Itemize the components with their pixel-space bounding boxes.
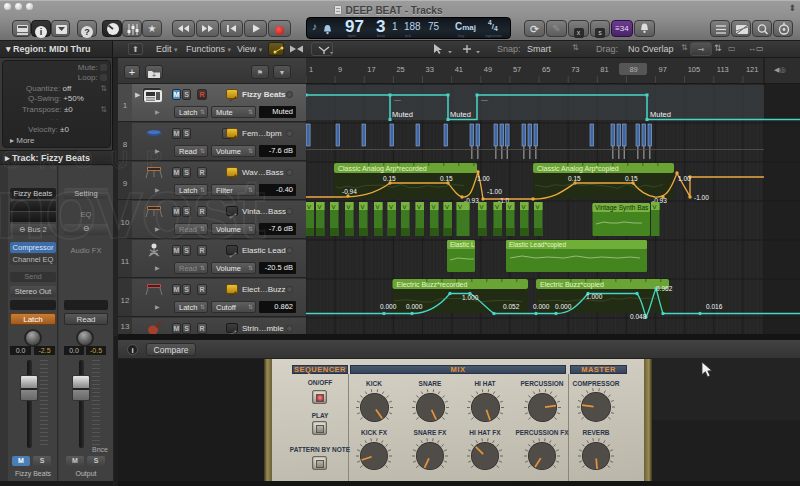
svg-text:0.000: 0.000 xyxy=(555,303,572,310)
svg-text:1.000: 1.000 xyxy=(586,293,603,300)
svg-text:0.052: 0.052 xyxy=(503,303,520,310)
svg-text:V: V xyxy=(508,204,512,210)
svg-text:0.048: 0.048 xyxy=(630,313,647,320)
svg-text:V: V xyxy=(536,204,540,210)
svg-text:1.00: 1.00 xyxy=(477,175,490,182)
svg-text:-1.00: -1.00 xyxy=(694,194,709,201)
svg-text:V: V xyxy=(376,204,380,210)
svg-text:0.962: 0.962 xyxy=(656,285,673,292)
svg-text:-1.00: -1.00 xyxy=(487,188,502,195)
svg-text:33: 33 xyxy=(426,65,434,74)
svg-text:1.000: 1.000 xyxy=(462,294,479,301)
svg-text:0.15: 0.15 xyxy=(440,175,453,182)
svg-text:—: — xyxy=(481,96,488,103)
svg-text:113: 113 xyxy=(717,65,729,74)
svg-text:Vintage Synth Bas: Vintage Synth Bas xyxy=(595,204,649,212)
svg-text:V: V xyxy=(445,204,449,210)
svg-text:65: 65 xyxy=(542,65,550,74)
svg-text:Muted: Muted xyxy=(650,110,671,119)
svg-text:V: V xyxy=(389,204,393,210)
svg-text:V: V xyxy=(403,204,407,210)
svg-text:0.15: 0.15 xyxy=(625,175,638,182)
svg-text:121: 121 xyxy=(746,65,759,74)
svg-text:Classic Analog Arp*copied: Classic Analog Arp*copied xyxy=(537,165,619,173)
svg-text:Electric Buzz*copied: Electric Buzz*copied xyxy=(540,281,604,289)
svg-text:41: 41 xyxy=(455,65,463,74)
svg-text:V: V xyxy=(495,204,499,210)
svg-text:73: 73 xyxy=(571,65,579,74)
svg-text:V: V xyxy=(522,204,526,210)
svg-text:V: V xyxy=(332,204,336,210)
svg-text:57: 57 xyxy=(513,65,521,74)
svg-text:V: V xyxy=(458,204,462,210)
svg-text:-0.94: -0.94 xyxy=(342,188,357,195)
svg-text:0.000: 0.000 xyxy=(380,303,397,310)
svg-text:V: V xyxy=(318,204,322,210)
svg-text:9: 9 xyxy=(338,65,342,74)
svg-text:V: V xyxy=(361,204,365,210)
svg-text:0.15: 0.15 xyxy=(383,175,396,182)
svg-text:0.016: 0.016 xyxy=(706,303,723,310)
svg-text:17: 17 xyxy=(367,65,375,74)
svg-text:Muted: Muted xyxy=(392,110,413,119)
svg-text:81: 81 xyxy=(600,65,608,74)
svg-text:Elastic Lead*copied: Elastic Lead*copied xyxy=(509,241,566,249)
svg-text:Elastic L: Elastic L xyxy=(450,241,475,248)
svg-text:V: V xyxy=(307,204,311,210)
svg-text:0.15: 0.15 xyxy=(568,175,581,182)
svg-text:1.00: 1.00 xyxy=(678,175,691,182)
svg-text:89: 89 xyxy=(629,65,637,74)
svg-text:V: V xyxy=(480,204,484,210)
svg-text:V: V xyxy=(417,204,421,210)
svg-text:◀◎: ◀◎ xyxy=(774,66,786,73)
svg-text:105: 105 xyxy=(688,65,701,74)
svg-text:0.000: 0.000 xyxy=(406,303,423,310)
svg-text:V: V xyxy=(653,204,657,210)
svg-text:1: 1 xyxy=(309,65,313,74)
svg-text:0.000: 0.000 xyxy=(533,303,550,310)
svg-text:25: 25 xyxy=(396,65,404,74)
svg-text:49: 49 xyxy=(484,65,492,74)
svg-text:—: — xyxy=(394,96,401,103)
svg-text:V: V xyxy=(432,204,436,210)
svg-text:Muted: Muted xyxy=(450,110,471,119)
svg-text:+: + xyxy=(152,72,156,79)
svg-text:V: V xyxy=(347,204,351,210)
svg-text:97: 97 xyxy=(659,65,667,74)
